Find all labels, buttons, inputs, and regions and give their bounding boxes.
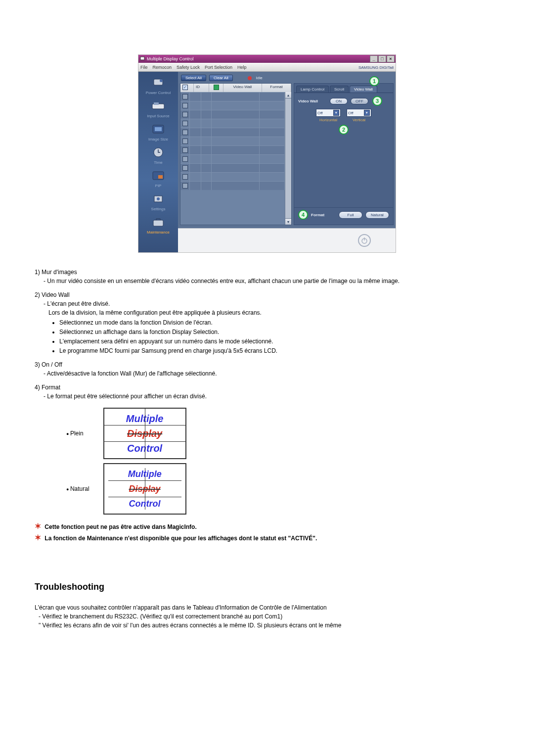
format-natural-button[interactable]: Natural	[365, 211, 389, 219]
maximize-button[interactable]: □	[378, 55, 386, 62]
tab-video-wall[interactable]: Video Wall	[350, 86, 377, 93]
close-button[interactable]: ×	[387, 55, 395, 62]
table-row[interactable]	[180, 119, 285, 128]
col-check-header[interactable]: ✓	[180, 84, 194, 92]
bullet: L'emplacement sera défini en appuyant su…	[59, 337, 499, 346]
menubar: File Remocon Safety Lock Port Selection …	[138, 63, 396, 72]
col-videowall-header[interactable]: Video Wall	[223, 84, 262, 92]
menu-port-selection[interactable]: Port Selection	[205, 65, 232, 70]
item-desc: L'écran peut être divisé.	[35, 299, 499, 308]
video-wall-on-button[interactable]: ON	[330, 98, 348, 104]
window-title: Multiple Display Control	[147, 55, 194, 63]
maintenance-icon	[150, 215, 166, 229]
video-wall-off-button[interactable]: OFF	[351, 98, 368, 104]
ts-text: L'écran que vous souhaitez contrôler n'a…	[35, 604, 327, 611]
control-panel: Lamp Control Scroll Video Wall 1 Video W…	[294, 83, 394, 225]
ts-sub: Vérifiez les écrans afin de voir si' l'u…	[35, 621, 499, 630]
sidebar-item-input-source[interactable]: Input Source	[141, 99, 176, 118]
menu-safety-lock[interactable]: Safety Lock	[177, 65, 200, 70]
table-row[interactable]	[180, 154, 285, 163]
troubleshooting-list: L'écran que vous souhaitez contrôler n'a…	[35, 603, 499, 630]
table-row[interactable]	[180, 172, 285, 181]
svg-rect-6	[155, 127, 162, 131]
sidebar-item-label: Input Source	[147, 114, 169, 118]
list-item-2: 2) Video Wall L'écran peut être divisé. …	[35, 290, 499, 355]
star-icon: ✶	[35, 533, 41, 542]
power-icon	[150, 76, 166, 90]
item-desc: Lors de la division, la même configurati…	[35, 308, 499, 317]
annotation-1: 1	[369, 76, 379, 86]
svg-point-2	[160, 79, 163, 82]
svg-rect-9	[158, 175, 163, 179]
grid-header: ✓ ID Video Wall Format	[180, 84, 291, 92]
grid-body	[180, 92, 285, 225]
annotation-2: 2	[339, 125, 349, 135]
list-item-4: 4) Format Le format peut être sélectionn…	[35, 383, 499, 401]
ts-sub: Vérifiez le branchement du RS232C. (Véri…	[35, 612, 499, 621]
note-2: ✶ La fonction de Maintenance n'est dispo…	[35, 533, 499, 542]
window-titlebar: Multiple Display Control _ □ ×	[138, 55, 396, 63]
horizontal-dropdown[interactable]: Off ▾	[316, 109, 341, 117]
table-row[interactable]	[180, 110, 285, 119]
table-row[interactable]	[180, 92, 285, 101]
menu-remocon[interactable]: Remocon	[153, 65, 172, 70]
idle-indicator-icon	[248, 76, 252, 80]
video-wall-label: Video Wall	[298, 99, 327, 103]
sidebar-item-label: Settings	[151, 207, 166, 211]
note-text: La fonction de Maintenance n'est disponi…	[44, 535, 317, 542]
table-row[interactable]	[180, 101, 285, 110]
item-desc: Un mur vidéo consiste en un ensemble d'é…	[35, 277, 499, 285]
app-window: Multiple Display Control _ □ × File Remo…	[138, 54, 396, 253]
svg-rect-0	[140, 57, 144, 60]
svg-point-11	[157, 197, 160, 200]
status-bar	[178, 228, 396, 252]
tab-lamp-control[interactable]: Lamp Control	[296, 86, 329, 93]
menu-file[interactable]: File	[140, 65, 148, 70]
minimize-button[interactable]: _	[370, 55, 378, 62]
col-format-header[interactable]: Format	[262, 84, 291, 92]
table-row[interactable]	[180, 145, 285, 154]
scroll-up-icon[interactable]: ▴	[285, 92, 291, 98]
sidebar-item-label: Maintenance	[147, 230, 170, 235]
format-label-natural: Natural	[66, 485, 89, 492]
item-title: 4) Format	[35, 383, 499, 392]
sidebar-item-settings[interactable]: Settings	[141, 192, 176, 211]
sidebar-item-maintenance[interactable]: Maintenance	[141, 215, 176, 235]
sidebar-item-image-size[interactable]: Image Size	[141, 122, 176, 142]
note-1: ✶ Cette fonction peut ne pas être active…	[35, 521, 499, 531]
main-area: Select All Clear All Idle ✓ ID Video Wal…	[178, 72, 396, 252]
sidebar-item-time[interactable]: Time	[141, 145, 176, 165]
scroll-down-icon[interactable]: ▾	[285, 218, 291, 225]
format-label-plein: Plein	[66, 430, 84, 437]
chevron-down-icon: ▾	[333, 110, 339, 116]
tabs: Lamp Control Scroll Video Wall	[294, 84, 393, 93]
item-title: 3) On / Off	[35, 360, 499, 369]
pip-icon	[150, 169, 166, 183]
list-item-1: 1) Mur d'images Un mur vidéo consiste en…	[35, 268, 499, 285]
sidebar-item-power-control[interactable]: Power Control	[141, 76, 176, 95]
col-id-header[interactable]: ID	[194, 84, 209, 92]
list-item-3: 3) On / Off Active/désactive la fonction…	[35, 360, 499, 378]
note-text: Cette fonction peut ne pas être active d…	[44, 523, 196, 530]
horizontal-label: Horizontal	[319, 118, 337, 122]
chevron-down-icon: ▾	[364, 110, 370, 116]
format-example-natural: Multiple Display Control	[103, 463, 186, 515]
dropdown-value: Off	[348, 111, 354, 115]
table-row[interactable]	[180, 163, 285, 172]
format-full-button[interactable]: Full	[339, 211, 362, 219]
brand-label: SAMSUNG DIGITall	[358, 65, 394, 70]
select-all-button[interactable]: Select All	[181, 75, 206, 81]
sidebar-item-pip[interactable]: PIP	[141, 169, 176, 188]
vertical-dropdown[interactable]: Off ▾	[347, 109, 371, 117]
annotation-3: 3	[372, 96, 382, 106]
table-row[interactable]	[180, 128, 285, 137]
settings-icon	[150, 192, 166, 206]
svg-rect-12	[153, 220, 163, 226]
format-examples-table: Plein Multiple Display Control Natural M…	[59, 406, 193, 517]
clear-all-button[interactable]: Clear All	[209, 75, 233, 81]
tab-scroll[interactable]: Scroll	[330, 86, 349, 93]
table-row[interactable]	[180, 181, 285, 190]
menu-help[interactable]: Help	[237, 65, 247, 70]
grid-scrollbar[interactable]: ▴ ▾	[285, 92, 291, 225]
table-row[interactable]	[180, 137, 285, 145]
